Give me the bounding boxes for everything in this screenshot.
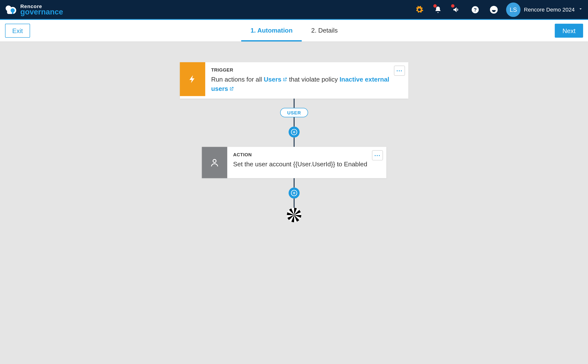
connector-line <box>294 117 294 127</box>
logo-icon <box>3 3 18 16</box>
trigger-link-users[interactable]: Users <box>264 76 287 83</box>
trigger-card[interactable]: ··· TRIGGER Run actions for all Users th… <box>180 62 408 99</box>
external-link-icon <box>229 85 234 94</box>
tenant-name: Rencore Demo 2024 <box>524 6 575 13</box>
top-navbar: Rencore governance ? LS Rencore Demo 202… <box>0 0 588 20</box>
connector-line <box>294 198 294 208</box>
add-step-button[interactable] <box>288 127 300 138</box>
trigger-label: TRIGGER <box>211 67 402 73</box>
bell-icon[interactable] <box>432 3 444 16</box>
action-card[interactable]: ··· ACTION Set the user account {{User.U… <box>202 147 386 178</box>
add-step-button[interactable] <box>288 187 300 198</box>
step-automation[interactable]: 1. Automation <box>241 20 302 41</box>
megaphone-icon[interactable] <box>450 3 463 16</box>
context-pill[interactable]: USER <box>280 108 308 117</box>
feedback-icon[interactable] <box>488 3 500 16</box>
wizard-steps: 1. Automation 2. Details <box>241 20 347 41</box>
nav-right: ? LS Rencore Demo 2024 <box>413 2 583 17</box>
flow-canvas: ··· TRIGGER Run actions for all Users th… <box>0 42 588 364</box>
gear-icon[interactable] <box>413 3 426 16</box>
user-icon <box>202 147 227 178</box>
exit-button[interactable]: Exit <box>5 24 30 38</box>
next-button[interactable]: Next <box>555 24 583 38</box>
external-link-icon <box>282 75 287 84</box>
svg-rect-4 <box>12 11 13 14</box>
brand-logo-area[interactable]: Rencore governance <box>3 3 63 16</box>
connector-line <box>294 178 294 187</box>
svg-point-7 <box>490 6 498 13</box>
tenant-switcher[interactable]: LS Rencore Demo 2024 <box>506 2 583 17</box>
action-label: ACTION <box>233 152 380 157</box>
brand-line2: governance <box>20 8 63 15</box>
wizard-bar: Exit 1. Automation 2. Details Next <box>0 20 588 42</box>
connector-line <box>294 138 294 147</box>
step-details[interactable]: 2. Details <box>302 20 347 41</box>
svg-text:?: ? <box>474 7 477 12</box>
help-icon[interactable]: ? <box>469 3 482 16</box>
action-menu-button[interactable]: ··· <box>372 150 383 160</box>
chevron-down-icon <box>578 6 583 13</box>
connector-line <box>294 99 294 108</box>
avatar: LS <box>506 2 521 17</box>
end-flag-icon <box>287 208 301 222</box>
trigger-description: Run actions for all Users that violate p… <box>211 75 402 94</box>
svg-point-10 <box>213 159 216 163</box>
trigger-menu-button[interactable]: ··· <box>394 66 405 76</box>
action-description: Set the user account {{User.UserId}} to … <box>233 159 380 168</box>
lightning-icon <box>180 62 205 96</box>
